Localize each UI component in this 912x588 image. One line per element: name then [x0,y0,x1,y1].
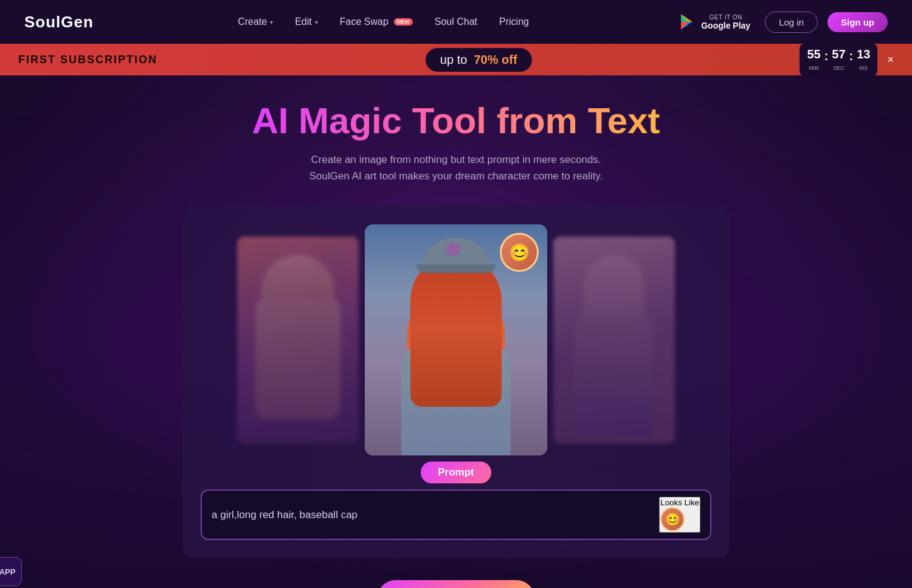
google-play-button[interactable]: GET IT ON Google Play [673,10,755,33]
promo-offer-value: 70% off [474,53,517,66]
timer-ms: 13 MS [857,47,870,72]
promo-offer-prefix: up to [440,53,467,66]
login-button[interactable]: Log in [765,12,818,33]
prompt-input-row[interactable]: Looks Like 😊 [201,489,711,540]
prompt-text-input[interactable] [212,509,652,521]
logo[interactable]: SoulGen [24,13,94,32]
images-row [201,224,711,455]
nav-create[interactable]: Create ▾ [238,16,273,27]
demo-box: Prompt Looks Like 😊 [182,206,730,558]
timer-seconds: 57 Sec [832,47,845,72]
promo-close-button[interactable]: × [887,54,894,66]
timer-sep2: : [848,49,855,63]
left-image-inner [237,237,359,443]
promo-banner: FIRST SUBSCRIPTION up to 70% off 55 Min … [0,44,912,75]
signup-button[interactable]: Sign up [827,12,888,32]
nav-edit[interactable]: Edit ▾ [295,16,318,27]
navbar: SoulGen Create ▾ Edit ▾ Face Swap NEW So… [0,0,912,44]
right-preview-image [553,237,675,443]
right-image-inner [553,237,675,443]
nav-right: GET IT ON Google Play Log in Sign up [673,10,888,33]
prompt-label-wrap: Prompt [201,462,711,483]
promo-offer: up to 70% off [426,48,532,72]
timer-sep1: : [823,49,830,63]
promo-timer: 55 Min : 57 Sec : 13 MS [800,44,877,76]
nav-faceswap[interactable]: Face Swap NEW [340,16,413,27]
edit-caret: ▾ [315,19,318,26]
timer-minutes: 55 Min [807,47,820,72]
page-headline: AI Magic Tool from Text [252,100,660,142]
looks-like-avatar: 😊 [660,507,685,531]
side-buttons: APP 💬 [0,557,905,588]
google-play-icon [678,13,696,31]
page-subheadline: Create an image from nothing but text pr… [309,151,603,184]
center-main-image [365,224,547,455]
google-play-text: GET IT ON Google Play [701,14,750,30]
nav-pricing[interactable]: Pricing [499,16,529,27]
promo-left-text: FIRST SUBSCRIPTION [18,54,157,66]
left-preview-image [237,237,359,443]
nav-links: Create ▾ Edit ▾ Face Swap NEW Soul Chat … [238,16,529,27]
nav-soulchat[interactable]: Soul Chat [435,16,477,27]
app-side-button[interactable]: APP [0,557,22,586]
create-caret: ▾ [270,19,273,26]
looks-like-label: Looks Like [660,498,699,507]
main-content: AI Magic Tool from Text Create an image … [0,75,912,588]
looks-like-button[interactable]: Looks Like 😊 [659,497,700,533]
prompt-label: Prompt [421,462,491,483]
avatar-overlay [500,233,539,272]
